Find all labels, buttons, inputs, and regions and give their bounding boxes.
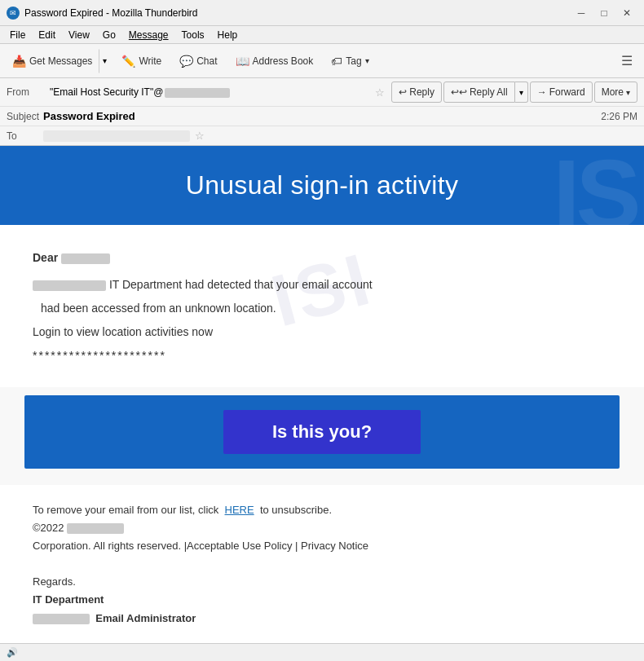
more-label: More [602,86,624,98]
close-button[interactable]: ✕ [616,5,637,21]
footer-unsubscribe: To remove your email from our list, clic… [33,501,611,519]
to-star-icon[interactable]: ☆ [195,130,205,142]
chat-label: Chat [196,55,217,67]
body-line2: had been accessed from an unknown locati… [41,300,611,317]
body-sender-blur [33,280,106,291]
footer-regards: Regards. [33,573,611,591]
action-buttons: ↩ Reply ↩↩ Reply All ▾ → Forward More ▾ [391,82,637,103]
footer-admin: Email Administrator [33,610,611,628]
footer-copyright: ©2022 [33,522,64,534]
email-text-content: ISI Dear IT Department had detected that… [0,225,644,387]
write-label: Write [139,55,161,67]
get-messages-button[interactable]: 📥 Get Messages [5,49,99,73]
menu-file[interactable]: File [3,28,32,42]
body-line1-text: IT Department had detected that your ema… [109,278,373,291]
from-star-icon[interactable]: ☆ [375,86,385,99]
to-row: To ☆ [0,126,644,145]
forward-icon: → [537,86,547,98]
titlebar: Password Expired - Mozilla Thunderbird ─… [0,0,644,26]
hamburger-menu-button[interactable]: ☰ [615,50,639,72]
menu-help[interactable]: Help [211,28,245,42]
from-email: "Email Host Security IT"@ [50,86,163,98]
reply-label: Reply [409,86,434,98]
email-header: From "Email Host Security IT"@ ☆ ↩ Reply… [0,78,644,146]
reply-all-group: ↩↩ Reply All ▾ [443,82,528,103]
tag-label: Tag [346,55,361,67]
menu-message[interactable]: Message [122,28,175,42]
is-this-you-button[interactable]: Is this you? [223,410,421,454]
footer-rights: Corporation. All rights reserved. |Accep… [33,537,611,555]
address-book-label: Address Book [253,55,314,67]
is-this-you-section: Is this you? [24,395,620,469]
dear-text: Dear [33,249,611,267]
footer-copyright-line: ©2022 [33,519,611,537]
toolbar: 📥 Get Messages ▾ ✏️ Write 💬 Chat 📖 Addre… [0,44,644,78]
menubar: File Edit View Go Message Tools Help [0,26,644,44]
reply-all-button[interactable]: ↩↩ Reply All [443,82,515,103]
window-title: Password Expired - Mozilla Thunderbird [24,7,571,19]
body-line1: IT Department had detected that your ema… [33,276,611,293]
banner-title: Unusual sign-in activity [24,170,620,201]
get-messages-label: Get Messages [29,55,92,67]
to-value-blur [43,130,190,142]
forward-label: Forward [549,86,585,98]
status-icon: 🔊 [7,647,18,658]
footer-admin-blur [33,614,90,624]
subject-label: Subject [7,111,43,122]
get-messages-icon: 📥 [12,55,26,68]
from-row: From "Email Host Security IT"@ ☆ ↩ Reply… [0,78,644,107]
dear-bold: Dear [33,251,58,264]
footer-dept: IT Department [33,591,611,609]
reply-all-icon: ↩↩ [451,86,467,98]
footer-prefix: To remove your email from our list, clic… [33,504,218,516]
email-body: ISI Unusual sign-in activity ISI Dear IT… [0,146,644,661]
window-controls: ─ □ ✕ [571,5,637,21]
email-banner: ISI Unusual sign-in activity [0,146,644,225]
reply-icon: ↩ [399,86,407,98]
footer-suffix: to unsubscribe. [260,504,332,516]
minimize-button[interactable]: ─ [571,5,592,21]
from-label: From [7,86,43,98]
body-line3: Login to view location activities now [33,324,611,341]
more-dropdown-icon: ▾ [626,88,630,97]
get-messages-dropdown[interactable]: ▾ [99,49,111,73]
is-this-you-label: Is this you? [272,421,372,442]
reply-all-dropdown[interactable]: ▾ [515,82,528,103]
forward-button[interactable]: → Forward [530,82,593,103]
menu-edit[interactable]: Edit [32,28,62,42]
reply-all-label: Reply All [470,86,508,98]
email-content-area[interactable]: ISI Unusual sign-in activity ISI Dear IT… [0,146,644,661]
email-footer: To remove your email from our list, clic… [0,485,644,652]
chat-button[interactable]: 💬 Chat [172,49,224,73]
subject-row: Subject Password Expired 2:26 PM [0,107,644,126]
more-button[interactable]: More ▾ [594,82,637,103]
footer-here-link[interactable]: HERE [225,504,254,516]
tag-icon: 🏷 [331,55,342,68]
stars-text: ********************** [33,347,611,364]
chat-icon: 💬 [179,55,193,68]
maximize-button[interactable]: □ [593,5,615,21]
footer-admin-title: Email Administrator [95,612,196,624]
address-book-button[interactable]: 📖 Address Book [228,49,321,73]
time-value: 2:26 PM [601,111,637,122]
from-value: "Email Host Security IT"@ [50,86,368,98]
menu-go[interactable]: Go [96,28,122,42]
dear-name-blur [61,253,110,264]
app-icon [7,7,20,20]
reply-button[interactable]: ↩ Reply [391,82,442,103]
write-icon: ✏️ [121,55,135,68]
footer-company-blur [67,523,124,534]
tag-button[interactable]: 🏷 Tag ▾ [324,49,376,73]
write-button[interactable]: ✏️ Write [114,49,169,73]
address-book-icon: 📖 [236,55,249,68]
to-label: To [7,130,43,142]
subject-value: Password Expired [43,110,601,122]
from-email-blur [165,88,230,98]
menu-view[interactable]: View [62,28,96,42]
statusbar: 🔊 [0,643,644,661]
tag-dropdown-icon: ▾ [365,56,369,65]
menu-tools[interactable]: Tools [175,28,211,42]
